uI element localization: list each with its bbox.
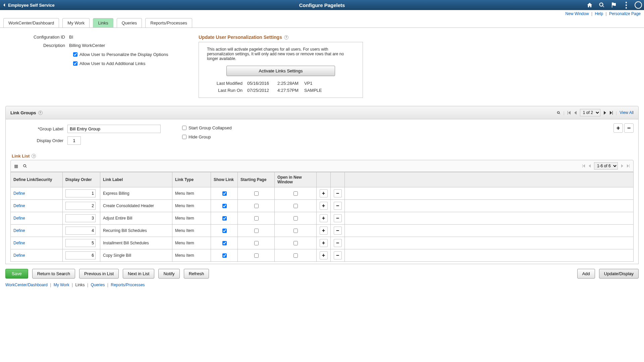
last-icon[interactable]: [609, 111, 613, 115]
show-link-checkbox[interactable]: [222, 191, 227, 196]
show-link-checkbox[interactable]: [222, 216, 227, 221]
personalize-page-link[interactable]: Personalize Page: [609, 11, 641, 16]
hide-group-checkbox[interactable]: [182, 135, 186, 139]
bc-mywork[interactable]: My Work: [54, 283, 69, 287]
help-icon[interactable]: ?: [38, 111, 43, 115]
bc-workcenter[interactable]: WorkCenter/Dashboard: [5, 283, 48, 287]
tab-workcenter[interactable]: WorkCenter/Dashboard: [3, 18, 59, 27]
search-icon[interactable]: [557, 111, 560, 115]
define-link[interactable]: Define: [13, 241, 25, 245]
next-button[interactable]: Next in List: [123, 269, 154, 279]
refresh-button[interactable]: Refresh: [184, 269, 209, 279]
order-input[interactable]: [65, 239, 96, 247]
add-row-button[interactable]: +: [320, 202, 328, 210]
add-row-button[interactable]: +: [320, 189, 328, 197]
new-window-checkbox[interactable]: [293, 216, 298, 221]
help-link[interactable]: Help: [595, 11, 603, 16]
remove-row-button[interactable]: −: [334, 189, 342, 197]
order-input[interactable]: [65, 251, 96, 259]
prev-icon[interactable]: [574, 111, 577, 115]
starting-page-checkbox[interactable]: [254, 241, 259, 245]
remove-row-button[interactable]: −: [334, 251, 342, 259]
profile-icon[interactable]: [635, 1, 642, 9]
notify-button[interactable]: Notify: [158, 269, 179, 279]
link-groups-title: Link Groups: [10, 110, 36, 115]
remove-row-button[interactable]: −: [334, 239, 342, 247]
remove-row-button[interactable]: −: [334, 227, 342, 235]
new-window-link[interactable]: New Window: [566, 11, 589, 16]
grid-settings-icon[interactable]: ▦: [14, 164, 18, 169]
col-define: Define Link/Security: [11, 172, 63, 187]
add-row-button[interactable]: +: [320, 239, 328, 247]
show-link-checkbox[interactable]: [222, 241, 227, 245]
remove-group-button[interactable]: −: [624, 123, 634, 133]
remove-row-button[interactable]: −: [334, 202, 342, 210]
define-link[interactable]: Define: [13, 191, 25, 196]
starting-page-checkbox[interactable]: [254, 191, 259, 196]
tab-reports[interactable]: Reports/Processes: [145, 18, 192, 27]
first-icon[interactable]: [567, 111, 571, 115]
define-link[interactable]: Define: [13, 253, 25, 258]
new-window-checkbox[interactable]: [293, 229, 298, 233]
show-link-checkbox[interactable]: [222, 229, 227, 233]
save-button[interactable]: Save: [5, 269, 28, 279]
starting-page-checkbox[interactable]: [254, 253, 259, 258]
new-window-checkbox[interactable]: [293, 253, 298, 258]
help-icon[interactable]: ?: [32, 154, 36, 158]
order-input[interactable]: [65, 214, 96, 222]
tab-queries[interactable]: Queries: [117, 18, 142, 27]
group-label-input[interactable]: [67, 125, 161, 133]
activate-links-button[interactable]: Activate Links Settings: [226, 66, 335, 76]
start-collapsed-checkbox[interactable]: [182, 126, 186, 130]
view-all-link[interactable]: View All: [620, 110, 634, 115]
menu-icon[interactable]: ⋮: [623, 2, 629, 8]
allow-addlinks-checkbox[interactable]: [73, 61, 77, 66]
flag-icon[interactable]: [610, 2, 617, 8]
order-input[interactable]: [65, 227, 96, 235]
define-link[interactable]: Define: [13, 228, 25, 233]
personalize-box: This action will activate pagelet change…: [199, 42, 363, 98]
next-icon[interactable]: [621, 164, 624, 168]
group-pager[interactable]: 1 of 2: [580, 109, 600, 116]
show-link-checkbox[interactable]: [222, 204, 227, 208]
order-input[interactable]: [65, 189, 96, 197]
search-icon[interactable]: [598, 2, 605, 8]
new-window-checkbox[interactable]: [293, 204, 298, 208]
home-icon[interactable]: [586, 2, 593, 8]
back-nav[interactable]: Employee Self Service: [3, 3, 55, 8]
add-row-button[interactable]: +: [320, 227, 328, 235]
new-window-checkbox[interactable]: [293, 191, 298, 196]
first-icon[interactable]: [582, 164, 585, 168]
next-icon[interactable]: [603, 111, 607, 115]
add-button[interactable]: Add: [577, 269, 595, 279]
new-window-checkbox[interactable]: [293, 241, 298, 245]
starting-page-checkbox[interactable]: [254, 216, 259, 221]
previous-button[interactable]: Previous in List: [79, 269, 119, 279]
define-link[interactable]: Define: [13, 203, 25, 208]
help-icon[interactable]: ?: [284, 35, 288, 40]
define-link[interactable]: Define: [13, 216, 25, 221]
top-bar: Employee Self Service Configure Pagelets…: [0, 0, 644, 10]
add-row-button[interactable]: +: [320, 214, 328, 222]
tab-links[interactable]: Links: [93, 18, 113, 27]
starting-page-checkbox[interactable]: [254, 204, 259, 208]
list-pager[interactable]: 1-6 of 6: [594, 162, 618, 170]
search-icon[interactable]: [23, 164, 27, 168]
order-input[interactable]: [65, 202, 96, 210]
link-type-cell: Menu Item: [172, 212, 211, 225]
show-link-checkbox[interactable]: [222, 253, 227, 258]
prev-icon[interactable]: [588, 164, 591, 168]
starting-page-checkbox[interactable]: [254, 229, 259, 233]
update-display-button[interactable]: Update/Display: [599, 269, 639, 279]
bc-queries[interactable]: Queries: [91, 283, 105, 287]
last-icon[interactable]: [627, 164, 630, 168]
add-row-button[interactable]: +: [320, 251, 328, 259]
bc-reports[interactable]: Reports/Processes: [111, 283, 145, 287]
return-button[interactable]: Return to Search: [32, 269, 75, 279]
add-group-button[interactable]: +: [613, 123, 623, 133]
tab-mywork[interactable]: My Work: [62, 18, 90, 27]
display-order-input[interactable]: [67, 136, 81, 145]
allow-personalize-checkbox[interactable]: [73, 52, 77, 57]
remove-row-button[interactable]: −: [334, 214, 342, 222]
description-label: Description: [5, 43, 69, 48]
